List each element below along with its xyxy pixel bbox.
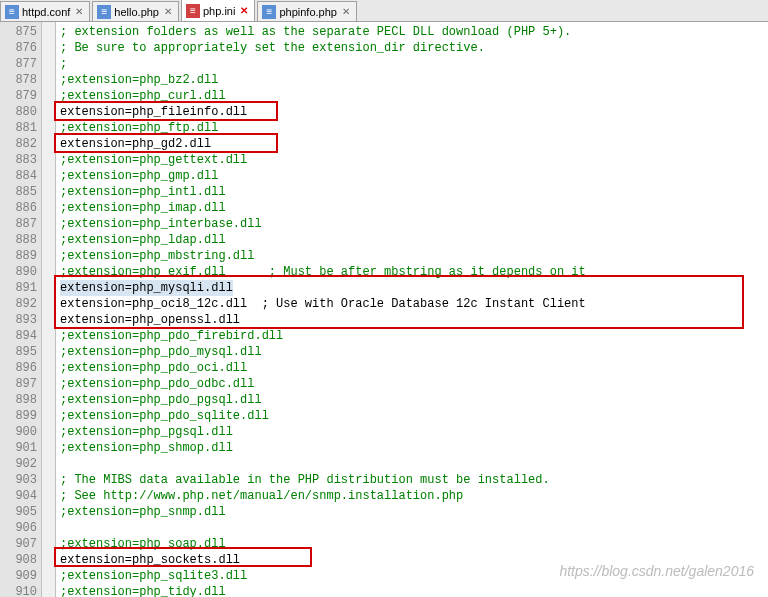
code-line[interactable]: ;extension=php_mbstring.dll [60, 248, 768, 264]
tab-label: httpd.conf [22, 6, 70, 18]
code-line[interactable]: ;extension=php_pdo_odbc.dll [60, 376, 768, 392]
code-line[interactable]: ;extension=php_curl.dll [60, 88, 768, 104]
code-line[interactable]: ;extension=php_gettext.dll [60, 152, 768, 168]
file-icon: ≡ [97, 5, 111, 19]
code-text: ;extension=php_curl.dll [60, 89, 226, 103]
line-number: 883 [0, 152, 37, 168]
line-number: 904 [0, 488, 37, 504]
code-text: extension=php_fileinfo.dll [60, 105, 247, 119]
code-text: extension=php_gd2.dll [60, 137, 211, 151]
code-line[interactable]: ; See http://www.php.net/manual/en/snmp.… [60, 488, 768, 504]
code-text: ;extension=php_mbstring.dll [60, 249, 254, 263]
line-number: 876 [0, 40, 37, 56]
code-text: ;extension=php_gettext.dll [60, 153, 247, 167]
line-number: 875 [0, 24, 37, 40]
line-number: 903 [0, 472, 37, 488]
code-line[interactable]: ; The MIBS data available in the PHP dis… [60, 472, 768, 488]
tab-httpd-conf[interactable]: ≡httpd.conf✕ [0, 1, 90, 21]
code-line[interactable]: ;extension=php_bz2.dll [60, 72, 768, 88]
code-line[interactable]: extension=php_oci8_12c.dll ; Use with Or… [60, 296, 768, 312]
tab-label: php.ini [203, 5, 235, 17]
line-number: 890 [0, 264, 37, 280]
line-number: 897 [0, 376, 37, 392]
code-line[interactable]: ;extension=php_ldap.dll [60, 232, 768, 248]
code-text: ;extension=php_soap.dll [60, 537, 226, 551]
line-number: 887 [0, 216, 37, 232]
code-line[interactable]: ;extension=php_pgsql.dll [60, 424, 768, 440]
code-line[interactable]: ;extension=php_interbase.dll [60, 216, 768, 232]
tab-bar: ≡httpd.conf✕≡hello.php✕≡php.ini✕≡phpinfo… [0, 0, 768, 22]
code-line[interactable]: ; [60, 56, 768, 72]
code-text: ;extension=php_pdo_mysql.dll [60, 345, 262, 359]
code-text: ;extension=php_intl.dll [60, 185, 226, 199]
code-line[interactable]: extension=php_fileinfo.dll [60, 104, 768, 120]
line-number: 910 [0, 584, 37, 597]
line-number: 899 [0, 408, 37, 424]
code-text: ;extension=php_ftp.dll [60, 121, 218, 135]
code-text: ; [60, 57, 67, 71]
code-line[interactable]: extension=php_mysqli.dll [60, 280, 768, 296]
code-line[interactable]: ;extension=php_intl.dll [60, 184, 768, 200]
line-number: 881 [0, 120, 37, 136]
code-text: ;extension=php_tidy.dll [60, 585, 226, 597]
line-number: 908 [0, 552, 37, 568]
tab-phpinfo-php[interactable]: ≡phpinfo.php✕ [257, 1, 357, 21]
line-number: 889 [0, 248, 37, 264]
code-text: ;extension=php_gmp.dll [60, 169, 218, 183]
close-icon[interactable]: ✕ [240, 5, 248, 16]
code-line[interactable]: ;extension=php_pdo_oci.dll [60, 360, 768, 376]
close-icon[interactable]: ✕ [342, 6, 350, 17]
code-line[interactable] [60, 456, 768, 472]
code-line[interactable]: ;extension=php_soap.dll [60, 536, 768, 552]
code-line[interactable] [60, 520, 768, 536]
line-number: 898 [0, 392, 37, 408]
code-text: ;extension=php_ldap.dll [60, 233, 226, 247]
tab-hello-php[interactable]: ≡hello.php✕ [92, 1, 179, 21]
code-text: extension=php_sockets.dll [60, 553, 240, 567]
code-line[interactable]: ; Be sure to appropriately set the exten… [60, 40, 768, 56]
code-text: ;extension=php_pdo_pgsql.dll [60, 393, 262, 407]
code-text: ; The MIBS data available in the PHP dis… [60, 473, 550, 487]
code-line[interactable]: ;extension=php_ftp.dll [60, 120, 768, 136]
line-number: 900 [0, 424, 37, 440]
code-text: ;extension=php_imap.dll [60, 201, 226, 215]
line-number: 880 [0, 104, 37, 120]
code-line[interactable]: ;extension=php_tidy.dll [60, 584, 768, 597]
line-number: 888 [0, 232, 37, 248]
code-line[interactable]: ;extension=php_shmop.dll [60, 440, 768, 456]
code-line[interactable]: ;extension=php_pdo_firebird.dll [60, 328, 768, 344]
code-text: ; See http://www.php.net/manual/en/snmp.… [60, 489, 463, 503]
code-text: extension=php_openssl.dll [60, 313, 240, 327]
code-line[interactable]: ;extension=php_pdo_mysql.dll [60, 344, 768, 360]
line-number: 882 [0, 136, 37, 152]
code-line[interactable]: extension=php_sockets.dll [60, 552, 768, 568]
code-text: extension=php_oci8_12c.dll ; Use with Or… [60, 297, 586, 311]
code-line[interactable]: extension=php_gd2.dll [60, 136, 768, 152]
close-icon[interactable]: ✕ [164, 6, 172, 17]
code-area[interactable]: ; extension folders as well as the separ… [56, 22, 768, 597]
line-number-gutter: 8758768778788798808818828838848858868878… [0, 22, 42, 597]
code-line[interactable]: ;extension=php_sqlite3.dll [60, 568, 768, 584]
file-icon: ≡ [186, 4, 200, 18]
code-text: ;extension=php_shmop.dll [60, 441, 233, 455]
line-number: 894 [0, 328, 37, 344]
code-line[interactable]: ;extension=php_exif.dll ; Must be after … [60, 264, 768, 280]
code-line[interactable]: extension=php_openssl.dll [60, 312, 768, 328]
code-line[interactable]: ; extension folders as well as the separ… [60, 24, 768, 40]
file-icon: ≡ [262, 5, 276, 19]
code-text: ;extension=php_pdo_firebird.dll [60, 329, 283, 343]
fold-margin [42, 22, 56, 597]
line-number: 892 [0, 296, 37, 312]
line-number: 909 [0, 568, 37, 584]
code-line[interactable]: ;extension=php_pdo_sqlite.dll [60, 408, 768, 424]
code-line[interactable]: ;extension=php_pdo_pgsql.dll [60, 392, 768, 408]
code-line[interactable]: ;extension=php_imap.dll [60, 200, 768, 216]
tab-php-ini[interactable]: ≡php.ini✕ [181, 0, 255, 21]
code-text: extension=php_mysqli.dll [60, 280, 233, 296]
code-text: ;extension=php_pgsql.dll [60, 425, 233, 439]
code-line[interactable]: ;extension=php_gmp.dll [60, 168, 768, 184]
close-icon[interactable]: ✕ [75, 6, 83, 17]
code-line[interactable]: ;extension=php_snmp.dll [60, 504, 768, 520]
line-number: 902 [0, 456, 37, 472]
code-text: ;extension=php_interbase.dll [60, 217, 262, 231]
